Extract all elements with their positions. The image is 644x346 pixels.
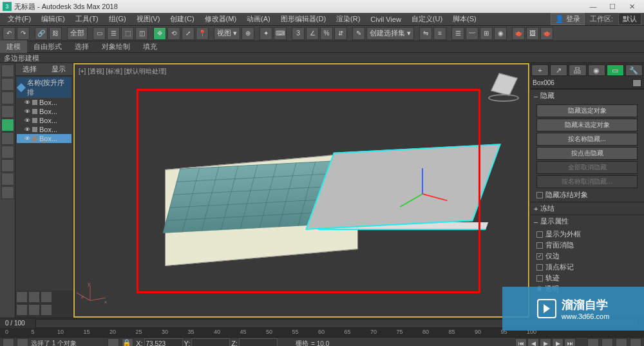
se-display-icon[interactable] [28, 291, 40, 303]
refcoord-dropdown[interactable]: 视图 ▾ [214, 27, 240, 40]
menu-create[interactable]: 创建(C) [165, 13, 199, 25]
hide-unselected-button[interactable]: 隐藏未选定对象 [536, 119, 638, 131]
select-rotate-button[interactable]: ⟲ [167, 27, 180, 40]
viewport-nav-zoomextents-icon[interactable] [616, 338, 627, 346]
select-byname-button[interactable]: ☰ [107, 27, 120, 40]
rendered-frame-button[interactable]: 🖼 [526, 27, 539, 40]
se-filter-frozen-icon[interactable] [1, 186, 14, 199]
edges-only-checkbox[interactable]: ✓仅边 [536, 251, 638, 262]
curve-editor-button[interactable]: 〰 [466, 27, 478, 40]
snap-toggle-button[interactable]: 3 [292, 27, 305, 40]
object-name-input[interactable] [533, 79, 632, 86]
eye-icon[interactable]: 👁 [24, 117, 31, 124]
scene-column-header[interactable]: 名称(按升序排 [17, 77, 71, 98]
menu-group[interactable]: 组(G) [104, 13, 131, 25]
edit-namedsel-button[interactable]: ✎ [352, 27, 365, 40]
menu-view[interactable]: 视图(V) [131, 13, 166, 25]
menu-rendering[interactable]: 渲染(R) [331, 13, 365, 25]
ribbon-tab-selection[interactable]: 选择 [68, 41, 95, 53]
spinner-snap-button[interactable]: ⇵ [334, 27, 347, 40]
coord-z-input[interactable] [239, 338, 278, 346]
cmd-tab-modify[interactable]: ↗ [550, 64, 567, 76]
cmd-tab-hierarchy[interactable]: 品 [569, 64, 586, 76]
menu-customize[interactable]: 自定义(U) [406, 13, 448, 25]
select-object-button[interactable]: ▭ [93, 27, 106, 40]
login-button[interactable]: 👤 登录 [551, 13, 585, 25]
percent-snap-button[interactable]: % [320, 27, 333, 40]
scene-tab-display[interactable]: 显示 [48, 63, 70, 75]
namedsel-dropdown[interactable]: 创建选择集 ▾ [366, 27, 414, 40]
backface-cull-checkbox[interactable]: 背面消隐 [536, 240, 638, 251]
menu-file[interactable]: 文件(F) [3, 13, 36, 25]
select-move-button[interactable]: ✥ [153, 27, 166, 40]
se-search-icon[interactable] [1, 64, 14, 77]
menu-scripting[interactable]: 脚本(S) [448, 13, 482, 25]
viewport-label[interactable]: [+] [透视] [标准] [默认明暗处理] [79, 67, 166, 76]
ribbon-tab-freeform[interactable]: 自由形式 [27, 41, 68, 53]
eye-icon[interactable]: 👁 [24, 126, 31, 133]
se-filter-helpers-icon[interactable] [1, 132, 14, 145]
scene-tab-select[interactable]: 选择 [19, 63, 41, 75]
window-crossing-button[interactable]: ◫ [135, 27, 148, 40]
selection-filter-dropdown[interactable]: 全部 [67, 27, 88, 40]
se-createset-icon[interactable] [16, 304, 28, 316]
trajectory-checkbox[interactable]: 轨迹 [536, 273, 638, 284]
close-button[interactable]: ✕ [622, 1, 641, 12]
rollout-hide-header[interactable]: 隐藏 [530, 90, 644, 102]
hide-byname-button[interactable]: 按名称隐藏... [536, 133, 638, 146]
keyboard-shortcut-button[interactable]: ⌨ [274, 27, 287, 40]
hide-selected-button[interactable]: 隐藏选定对象 [536, 104, 638, 117]
mirror-button[interactable]: ⇋ [419, 27, 432, 40]
minimize-button[interactable]: — [583, 1, 603, 12]
coord-y-input[interactable] [191, 338, 230, 346]
se-sort-icon[interactable] [16, 291, 28, 303]
schematic-view-button[interactable]: ⊞ [480, 27, 493, 40]
eye-icon[interactable]: 👁 [24, 108, 31, 115]
select-manipulate-button[interactable]: ✦ [260, 27, 272, 40]
gizmo-z-axis-icon[interactable] [422, 168, 423, 194]
undo-button[interactable]: ↶ [3, 27, 15, 40]
gizmo-x-axis-icon[interactable] [422, 193, 448, 201]
isolate-selection-icon[interactable] [108, 338, 119, 346]
viewport-nav-fov-icon[interactable] [630, 338, 641, 346]
se-filter-shapes-icon[interactable] [1, 91, 14, 104]
cmd-tab-motion[interactable]: ◉ [588, 64, 605, 76]
menu-animation[interactable]: 动画(A) [242, 13, 276, 25]
maximize-button[interactable]: ☐ [603, 1, 622, 12]
render-production-button[interactable]: 🫖 [540, 27, 553, 40]
se-filter-lights-icon[interactable] [1, 105, 14, 118]
gizmo-y-axis-icon[interactable] [400, 193, 423, 207]
viewport-nav-zoom-icon[interactable] [587, 338, 599, 346]
se-filter-geometry-icon[interactable] [1, 78, 14, 91]
se-lock-icon[interactable] [41, 291, 52, 303]
cmd-tab-display[interactable]: ▭ [607, 64, 624, 76]
menu-tools[interactable]: 工具(T) [70, 13, 104, 25]
select-scale-button[interactable]: ⤢ [182, 27, 194, 40]
workspace-dropdown[interactable]: 默认 [618, 13, 641, 25]
unhide-all-button[interactable]: 全部取消隐藏 [536, 161, 638, 174]
material-editor-button[interactable]: ◉ [494, 27, 507, 40]
selection-lock-icon[interactable]: 🔒 [122, 338, 133, 346]
ribbon-tab-objectpaint[interactable]: 对象绘制 [95, 41, 137, 53]
cmd-tab-create[interactable]: + [531, 64, 549, 76]
scene-item[interactable]: 👁Box... [17, 98, 71, 107]
display-box-checkbox[interactable]: 显示为外框 [536, 229, 638, 240]
viewport[interactable]: [+] [透视] [标准] [默认明暗处理] x y z [73, 63, 529, 318]
se-delete-icon[interactable] [28, 304, 40, 316]
unlink-button[interactable]: ⛓ [49, 27, 62, 40]
layers-button[interactable]: ☰ [451, 27, 464, 40]
menu-modifiers[interactable]: 修改器(M) [200, 13, 242, 25]
scene-item[interactable]: 👁Box... [17, 116, 71, 125]
select-region-button[interactable]: ⬚ [121, 27, 134, 40]
link-button[interactable]: 🔗 [35, 27, 48, 40]
object-color-swatch[interactable] [632, 79, 641, 87]
macro-recorder-icon[interactable] [17, 338, 28, 346]
use-pivot-button[interactable]: ⊕ [242, 27, 254, 40]
script-listener-icon[interactable] [3, 338, 14, 346]
menu-civilview[interactable]: Civil View [365, 14, 406, 24]
goto-start-button[interactable]: ⏮ [515, 338, 527, 346]
se-filter-container-icon[interactable] [1, 173, 14, 186]
goto-end-button[interactable]: ⏭ [564, 338, 576, 346]
se-filter-cameras-icon[interactable] [1, 119, 14, 131]
coord-x-input[interactable]: 73.523 [144, 338, 183, 346]
